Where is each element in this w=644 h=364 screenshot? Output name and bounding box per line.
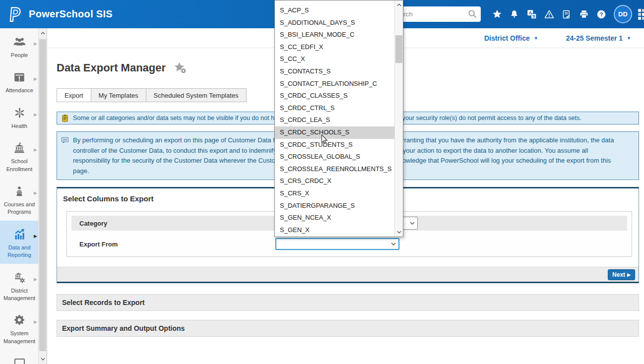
sidebar-label: Courses and Programs [2, 201, 37, 216]
sidebar-label: System Management [2, 330, 37, 345]
dropdown-option[interactable]: S_DATIERGPARANGE_S [275, 200, 394, 212]
dropdown-option[interactable]: S_ACP_S [275, 4, 394, 17]
export-summary-title: Export Summary and Output Options [62, 324, 185, 332]
health-icon [2, 106, 37, 119]
attendance-icon [2, 70, 37, 83]
school-selector[interactable]: District Office ▼ [484, 34, 538, 42]
avatar-initials: DD [618, 10, 628, 18]
dropdown-option[interactable]: S_CRS_X [275, 187, 394, 200]
svg-text:?: ? [599, 11, 603, 17]
tab-export[interactable]: Export [57, 88, 91, 102]
scrollbar-thumb[interactable] [39, 39, 46, 351]
chevron-down-icon [410, 222, 415, 225]
sidebar-label: People [2, 52, 37, 59]
dropdown-option[interactable]: S_CRDC_CLASSES_S [275, 90, 394, 102]
scroll-down-icon[interactable] [39, 355, 47, 363]
chevron-right-icon: ▶ [34, 112, 37, 117]
next-button[interactable]: Next ▶ [608, 269, 635, 280]
scroll-up-icon[interactable] [39, 29, 47, 37]
scroll-down-icon[interactable] [395, 228, 403, 236]
search-icon[interactable] [467, 9, 477, 19]
chevron-right-icon: ▶ [34, 319, 37, 324]
sidebar-nav: People ▶ Attendance ▶ [0, 28, 39, 364]
tab-scheduled-system-templates[interactable]: Scheduled System Templates [146, 88, 247, 102]
chevron-right-icon: ▶ [34, 277, 37, 282]
tab-my-templates[interactable]: My Templates [91, 88, 146, 102]
powerschool-logo-icon [8, 6, 23, 23]
data-reporting-icon [2, 227, 37, 241]
chevron-down-icon [391, 243, 396, 246]
sidebar-label: Attendance [2, 87, 37, 94]
dropdown-option[interactable]: S_GEN_X [275, 224, 394, 237]
user-avatar[interactable]: DD [614, 5, 632, 23]
sidebar-item-district-management[interactable]: District Management ▶ [0, 264, 39, 307]
select-records-title: Select Records to Export [62, 299, 145, 306]
dropdown-option[interactable]: S_CC_X [275, 53, 394, 65]
powerschool-app: PowerSchool SIS A [0, 0, 644, 364]
sidebar-item-health[interactable]: Health ▶ [0, 99, 39, 134]
favorites-star-icon[interactable] [492, 8, 503, 20]
dropdown-option[interactable]: S_CRDC_LEA_S [275, 114, 394, 126]
sidebar-item-data-and-reporting[interactable]: Data and Reporting ▶ [0, 221, 39, 264]
chevron-down-icon: ▼ [627, 36, 631, 41]
dropdown-option[interactable]: S_CRDC_STUDENTS_S [275, 139, 394, 151]
chevron-right-icon: ▶ [34, 190, 37, 195]
app-switcher-icon[interactable] [637, 8, 644, 21]
dropdown-option[interactable]: S_CRDC_CTRL_S [275, 102, 394, 115]
scroll-up-icon[interactable] [395, 1, 403, 9]
dropdown-option[interactable]: S_CONTACTS_S [275, 65, 394, 78]
notice-clipboard-icon [61, 114, 69, 122]
header-actions: A [386, 0, 644, 28]
system-management-icon [2, 313, 37, 326]
sidebar-scrollbar[interactable] [38, 28, 47, 364]
term-selector[interactable]: 24-25 Semester 1 ▼ [566, 34, 631, 42]
sidebar-label: Data and Reporting [2, 244, 37, 259]
dropdown-option[interactable]: S_CROSSLEA_GLOBAL_S [275, 151, 394, 163]
term-selector-label: 24-25 Semester 1 [566, 34, 623, 42]
chevron-right-icon: ▶ [34, 76, 37, 81]
export-from-dropdown-list: S_ACP_SS_ADDITIONAL_DAYS_SS_BSI_LEARN_MO… [274, 0, 403, 237]
chevron-right-icon: ▶ [34, 41, 37, 46]
dropdown-option[interactable]: S_ADDITIONAL_DAYS_S [275, 17, 394, 29]
arrow-right-icon: ▶ [627, 272, 631, 277]
sidebar-label: District Management [2, 287, 37, 303]
sidebar-label: Health [2, 122, 37, 130]
powerschool-logo[interactable]: PowerSchool SIS [0, 6, 113, 23]
next-button-label: Next [612, 271, 625, 278]
help-icon[interactable]: ? [596, 8, 607, 20]
sidebar-item-school-enrollment[interactable]: School Enrollment ▶ [0, 134, 39, 178]
dropdown-option[interactable]: S_GEN_NCEA_X [275, 212, 394, 224]
chevron-right-icon: ▶ [34, 147, 37, 152]
app-title: PowerSchool SIS [29, 8, 113, 20]
export-summary-section-header[interactable]: Export Summary and Output Options [57, 320, 639, 337]
tasks-clipboard-icon[interactable] [561, 8, 572, 20]
category-label: Category [79, 220, 107, 227]
courses-programs-icon [2, 184, 37, 197]
sidebar-item-attendance[interactable]: Attendance ▶ [0, 63, 39, 99]
school-enrollment-icon [2, 141, 37, 154]
dropdown-option[interactable]: S_CRDC_SCHOOLS_S [275, 126, 394, 139]
dropdown-option[interactable]: S_CONTACT_RELATIONSHIP_C [275, 78, 394, 90]
columns-section-footer: Next ▶ [57, 267, 639, 282]
print-icon[interactable] [579, 8, 589, 20]
sidebar-item-people[interactable]: People ▶ [0, 28, 39, 63]
dropdown-option[interactable]: S_CRS_CRDC_X [275, 175, 394, 187]
select-records-section-header[interactable]: Select Records to Export [57, 294, 639, 311]
dropdown-options: S_ACP_SS_ADDITIONAL_DAYS_SS_BSI_LEARN_MO… [275, 0, 394, 237]
dropdown-option[interactable]: S_CC_EDFI_X [275, 41, 394, 54]
sidebar-item-courses-and-programs[interactable]: Courses and Programs ▶ [0, 178, 39, 221]
sidebar-item-system-management[interactable]: System Management ▶ [0, 306, 39, 350]
notifications-bell-icon[interactable] [509, 8, 520, 20]
dropdown-option[interactable]: S_CROSSLEA_REENROLLMENTS_S [275, 163, 394, 176]
page-title: Data Export Manager [57, 61, 166, 74]
add-to-favorites-icon[interactable] [174, 61, 187, 74]
export-from-select[interactable] [275, 238, 399, 250]
main-navigation-sidebar: People ▶ Attendance ▶ [0, 28, 47, 364]
sidebar-item-system-monitor[interactable]: ▶ [0, 350, 39, 364]
system-alerts-icon[interactable] [544, 8, 555, 20]
dropdown-scrollbar[interactable] [394, 0, 403, 237]
scrollbar-thumb[interactable] [395, 35, 402, 63]
translation-icon[interactable]: A [526, 8, 537, 20]
chevron-right-icon: ▶ [34, 234, 37, 239]
dropdown-option[interactable]: S_BSI_LEARN_MODE_C [275, 29, 394, 41]
